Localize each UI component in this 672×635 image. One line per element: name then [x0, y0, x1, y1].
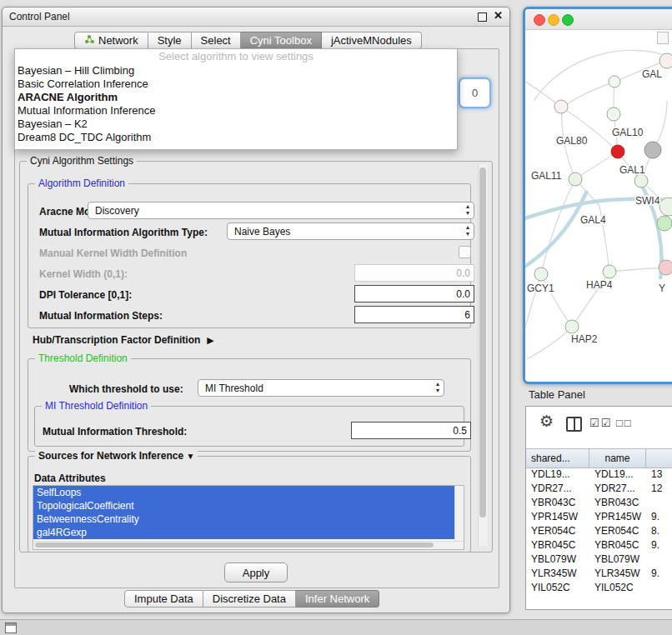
settings-scrollbar-thumb[interactable] — [479, 168, 486, 518]
network-window-titlebar[interactable] — [525, 9, 672, 30]
tab-select[interactable]: Select — [192, 32, 241, 49]
focused-spinner-field[interactable]: 0 — [459, 78, 491, 108]
apply-button[interactable]: Apply — [224, 562, 288, 582]
tab-label: Network — [98, 34, 138, 47]
mi-threshold-field[interactable] — [351, 422, 471, 439]
graph-node-red[interactable] — [611, 145, 624, 158]
checked-boxes-icon[interactable]: ☑☑ — [589, 417, 612, 429]
node-label: GAL10 — [612, 127, 644, 138]
tab-label: Style — [158, 34, 182, 47]
table-row[interactable]: YBR045C YBR045C 9. — [526, 538, 672, 552]
bottom-tabbar: Impute Data Discretize Data Infer Networ… — [124, 590, 379, 608]
traffic-minimize-icon[interactable] — [548, 14, 559, 26]
table-row[interactable]: YBL079W YBL079W — [526, 552, 672, 567]
graph-node[interactable] — [634, 174, 648, 188]
list-item[interactable]: TopologicalCoefficient — [33, 499, 455, 512]
tab-discretize-data[interactable]: Discretize Data — [203, 590, 296, 608]
dpi-tolerance-field[interactable] — [354, 285, 474, 302]
unchecked-boxes-icon[interactable]: □□ — [616, 417, 633, 429]
graph-node[interactable] — [554, 100, 568, 113]
manual-kernel-checkbox[interactable] — [459, 246, 471, 258]
list-item[interactable]: gal4RGexp — [33, 526, 455, 539]
dropdown-item[interactable]: Bayesian – K2 — [15, 118, 457, 131]
settings-scrollbar[interactable] — [478, 164, 488, 546]
table-row[interactable]: YBR043C YBR043C — [526, 496, 672, 510]
column-header[interactable] — [646, 449, 672, 468]
graph-node[interactable] — [659, 53, 672, 68]
cell — [646, 552, 672, 567]
chevron-updown-icon: ▴▾ — [436, 381, 439, 394]
graph-node-green[interactable] — [657, 216, 672, 231]
graph-node[interactable] — [565, 320, 579, 333]
list-item[interactable]: BetweennessCentrality — [33, 512, 455, 526]
hub-definition-toggle[interactable]: Hub/Transcription Factor Definition ▶ — [33, 334, 214, 346]
traffic-close-icon[interactable] — [534, 14, 545, 26]
node-label: GAL80 — [556, 135, 588, 147]
panel-toggle-icon[interactable] — [5, 622, 17, 633]
chevron-updown-icon: ▴▾ — [466, 203, 469, 217]
node-label: SWI4 — [635, 195, 660, 207]
panel-tabbar: Network Style Select Cyni Toolbox jActiv… — [74, 32, 422, 49]
data-attributes-list: SelfLoops TopologicalCoefficient Between… — [33, 485, 464, 550]
table-row[interactable]: YIL052C YIL052C — [526, 581, 672, 595]
cell: 9. — [646, 510, 672, 524]
control-panel-titlebar[interactable]: Control Panel ✕ — [3, 8, 509, 27]
list-horizontal-scrollbar[interactable] — [33, 541, 464, 549]
cell: YDR27... — [589, 482, 646, 496]
tab-network[interactable]: Network — [74, 32, 148, 49]
tab-infer-network[interactable]: Infer Network — [296, 590, 379, 608]
dropdown-item[interactable]: Mutual Information Inference — [15, 104, 457, 118]
dropdown-item[interactable]: Bayesian – Hill Climbing — [15, 64, 457, 78]
column-header[interactable]: name — [589, 449, 646, 468]
table-row[interactable]: YPR145W YPR145W 9. — [526, 510, 672, 524]
tab-label: jActiveMNodules — [331, 34, 412, 47]
cell — [646, 581, 672, 595]
node-label: Y — [659, 282, 665, 294]
minimize-icon[interactable] — [478, 12, 487, 22]
combo-value: MI Threshold — [205, 382, 263, 394]
cell: YBR043C — [526, 496, 589, 510]
graph-node[interactable] — [609, 76, 620, 88]
columns-icon[interactable] — [566, 417, 582, 432]
chevron-down-icon: ▼ — [186, 452, 194, 461]
cell: YLR345W — [526, 567, 589, 581]
which-threshold-combo[interactable]: MI Threshold ▴▾ — [198, 379, 444, 397]
tab-jactivemnodules[interactable]: jActiveMNodules — [322, 32, 422, 49]
aracne-mode-combo[interactable]: Discovery ▴▾ — [88, 202, 474, 219]
node-label: HAP4 — [586, 279, 613, 291]
table-row[interactable]: YER054C YER054C 8. — [526, 524, 672, 538]
group-legend: MI Threshold Definition — [42, 400, 151, 412]
tab-style[interactable]: Style — [148, 32, 192, 49]
close-icon[interactable]: ✕ — [494, 9, 503, 22]
list-item[interactable]: SelfLoops — [33, 486, 455, 499]
list-scrollbar-thumb[interactable] — [35, 542, 434, 548]
table-row[interactable]: YDR27... YDR27... 12 — [526, 482, 672, 496]
graph-node[interactable] — [607, 108, 620, 121]
graph-node[interactable] — [534, 268, 548, 281]
mi-steps-field[interactable] — [354, 306, 474, 323]
cell: 9. — [646, 538, 672, 552]
graph-node-pink[interactable] — [659, 260, 672, 275]
graph-node-gray[interactable] — [644, 142, 661, 158]
table-toolbar: ⚙ ☑☑ □□ — [526, 407, 672, 448]
sources-toggle[interactable]: Sources for Network Inference ▼ — [35, 450, 198, 462]
canvas-scrollbar-stub[interactable] — [657, 32, 669, 44]
node-label: GAL11 — [531, 170, 562, 182]
table-row[interactable]: YDL19... YDL19... 13 — [526, 468, 672, 482]
network-canvas[interactable]: GAL GAL80 GAL10 GAL11 GAL1 SWI4 GAL4 GCY… — [525, 30, 672, 380]
graph-node[interactable] — [603, 265, 616, 278]
list-vertical-scrollbar[interactable] — [454, 486, 464, 542]
gear-icon[interactable]: ⚙ — [539, 412, 554, 431]
cell: 13 — [646, 468, 672, 482]
column-header[interactable]: shared... — [526, 449, 589, 468]
kernel-width-field[interactable] — [354, 264, 474, 282]
dropdown-item[interactable]: Dream8 DC_TDC Algorithm — [15, 131, 457, 144]
mi-type-combo[interactable]: Naive Bayes ▴▾ — [227, 222, 474, 240]
table-row[interactable]: YLR345W YLR345W 9. — [526, 567, 672, 581]
dropdown-item-selected[interactable]: ARACNE Algorithm — [15, 91, 457, 104]
tab-cyni-toolbox[interactable]: Cyni Toolbox — [241, 32, 322, 49]
graph-node[interactable] — [569, 172, 582, 186]
tab-impute-data[interactable]: Impute Data — [124, 590, 203, 608]
traffic-zoom-icon[interactable] — [562, 14, 574, 26]
dropdown-item[interactable]: Basic Correlation Inference — [15, 78, 457, 91]
